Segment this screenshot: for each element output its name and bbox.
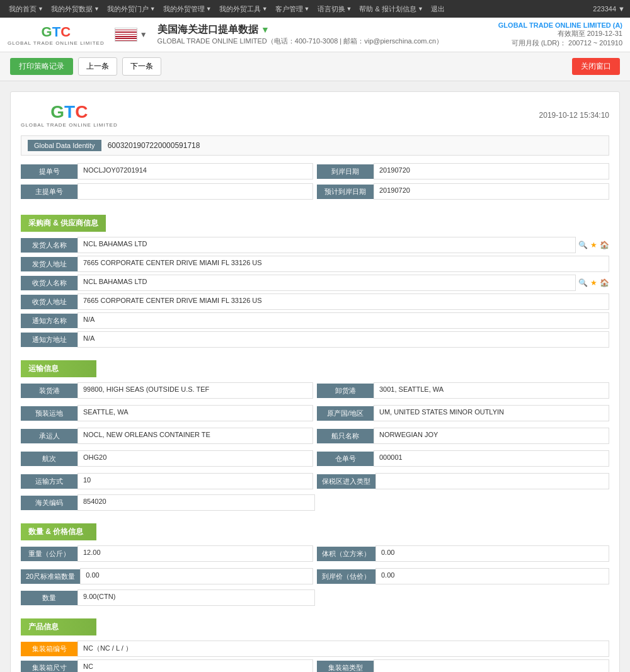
declared-price-value: 0.00 [375, 568, 609, 584]
nav-trade-mgmt[interactable]: 我的外贸管理▼ [159, 0, 215, 18]
unloading-port-value: 3001, SEATTLE, WA [374, 382, 609, 399]
bonded-type-value [375, 473, 609, 489]
search-icon[interactable]: 🔍 [578, 241, 588, 249]
voyage-label: 航次 [21, 452, 77, 466]
supplier-section-header: 采购商 & 供应商信息 [21, 215, 106, 232]
declared-price-label: 到岸价（估价） [317, 569, 375, 584]
close-button[interactable]: 关闭窗口 [572, 58, 620, 75]
gdi-label: Global Data Identity [28, 140, 101, 151]
transport-section-header: 运输信息 [21, 360, 96, 377]
vessel-name-label: 船只名称 [317, 429, 374, 443]
notify-name-value: N/A [77, 312, 609, 329]
warehouse-row: 仓单号 000001 [317, 450, 609, 467]
prev-button[interactable]: 上一条 [78, 57, 117, 76]
shipper-name-value: NCL BAHAMAS LTD [77, 237, 576, 253]
nav-home[interactable]: 我的首页▼ [5, 0, 47, 18]
company-name: GLOBAL TRADE ONLINE LIMITED (A) [498, 21, 622, 29]
container-20-row: 20尺标准箱数量 0.00 [21, 568, 313, 584]
supplier-section: 采购商 & 供应商信息 发货人名称 NCL BAHAMAS LTD 🔍 ★ 🏠 … [21, 207, 609, 348]
home-icon[interactable]: 🏠 [600, 241, 609, 249]
customs-code-label: 海关编码 [21, 496, 77, 510]
flag-dropdown-arrow[interactable]: ▼ [140, 30, 147, 39]
transport-section: 运输信息 装货港 99800, HIGH SEAS (OUTSIDE U.S. … [21, 353, 609, 511]
country-flag-area[interactable]: ▼ [115, 28, 147, 42]
nav-trade-portal[interactable]: 我的外贸门户▼ [103, 0, 159, 18]
vessel-name-row: 船只名称 NORWEGIAN JOY [317, 428, 609, 444]
container-type-row: 集装箱类型 [317, 659, 609, 672]
consignee-name-row: 收货人名称 NCL BAHAMAS LTD 🔍 ★ 🏠 [21, 275, 609, 291]
gtc-logo: GTC GLOBAL TRADE ONLINE LIMITED [8, 24, 105, 46]
arrival-date-row: 到岸日期 20190720 [317, 163, 609, 179]
master-bill-value [77, 183, 313, 200]
weight-label: 重量（公斤） [21, 547, 77, 561]
pre-transport-label: 预装运地 [21, 406, 77, 421]
validity-info: 有效期至 2019-12-31 [498, 29, 622, 38]
planned-arrival-value: 20190720 [374, 183, 609, 200]
next-button[interactable]: 下一条 [122, 57, 161, 76]
nav-customer-mgmt[interactable]: 客户管理▼ [272, 0, 314, 18]
shipper-addr-row: 发货人地址 7665 CORPORATE CENTER DRIVE MIAMI … [21, 256, 609, 272]
dest-country-value: UM, UNITED STATES MINOR OUTLYIN [374, 405, 609, 421]
notify-name-label: 通知方名称 [21, 314, 77, 328]
unloading-port-label: 卸货港 [317, 384, 374, 398]
container-size-label: 集装箱尺寸 [21, 661, 77, 673]
master-bill-row: 主提单号 [21, 183, 313, 200]
quantity-label: 数量 [21, 591, 77, 605]
action-toolbar: 打印策略记录 上一条 下一条 关闭窗口 [0, 52, 630, 81]
pre-transport-row: 预装运地 SEATTLE, WA [21, 405, 313, 421]
nav-logout[interactable]: 退出 [427, 0, 449, 18]
customs-code-value: 854020 [77, 494, 315, 511]
pre-transport-value: SEATTLE, WA [77, 405, 313, 421]
user-count: 223344 ▼ [593, 5, 625, 13]
available-info: 可用月段 (LDR)： 200712 ~ 201910 [498, 38, 622, 48]
carrier-label: 承运人 [21, 429, 77, 443]
card-logo: GTC GLOBAL TRADE ONLINE LIMITED [21, 102, 118, 128]
master-bill-label: 主提单号 [21, 185, 77, 199]
product-section-header: 产品信息 [21, 618, 96, 635]
home-icon-2[interactable]: 🏠 [600, 278, 609, 287]
shipper-addr-label: 发货人地址 [21, 257, 77, 271]
volume-row: 体积（立方米） 0.00 [317, 545, 609, 562]
shipper-name-icons: 🔍 ★ 🏠 [578, 241, 609, 249]
notify-addr-label: 通知方地址 [21, 333, 77, 347]
nav-trade-tools[interactable]: 我的外贸工具▼ [215, 0, 272, 18]
search-icon-2[interactable]: 🔍 [578, 278, 588, 287]
global-data-identity-row: Global Data Identity 6003201907220000591… [21, 135, 609, 156]
container-type-label: 集装箱类型 [317, 661, 374, 673]
transport-mode-row: 运输方式 10 [21, 473, 313, 489]
nav-language[interactable]: 语言切换▼ [314, 0, 356, 18]
container-20-value: 0.00 [80, 568, 313, 584]
logo-area: GTC GLOBAL TRADE ONLINE LIMITED [8, 24, 105, 46]
star-icon[interactable]: ★ [590, 241, 597, 249]
bill-fields: 提单号 NOCLJOY07201914 到岸日期 20190720 主提单号 预… [21, 163, 609, 200]
bill-no-row: 提单号 NOCLJOY07201914 [21, 163, 313, 179]
vessel-name-value: NORWEGIAN JOY [374, 428, 609, 444]
volume-value: 0.00 [375, 545, 609, 562]
dest-country-label: 原产国/地区 [317, 406, 374, 421]
transport-mode-label: 运输方式 [21, 474, 77, 489]
quantity-value: 9.00(CTN) [77, 589, 315, 606]
warehouse-label: 仓单号 [317, 452, 374, 466]
detail-card: GTC GLOBAL TRADE ONLINE LIMITED 2019-10-… [10, 91, 620, 672]
transport-fields: 装货港 99800, HIGH SEAS (OUTSIDE U.S. TEF 卸… [21, 382, 609, 511]
shipper-name-label: 发货人名称 [21, 238, 77, 253]
product-code-row: 集装箱编号 NC（NC / L / ） [21, 641, 609, 657]
nav-trade-data[interactable]: 我的外贸数据▼ [47, 0, 103, 18]
page-subtitle: GLOBAL TRADE ONLINE LIMITED（电话：400-710-3… [158, 37, 498, 46]
quantity-section-header: 数量 & 价格信息 [21, 523, 96, 540]
consignee-addr-value: 7665 CORPORATE CENTER DRIVE MIAMI FL 331… [77, 293, 609, 310]
loading-port-value: 99800, HIGH SEAS (OUTSIDE U.S. TEF [77, 382, 313, 399]
container-20-label: 20尺标准箱数量 [21, 569, 80, 584]
shipper-addr-value: 7665 CORPORATE CENTER DRIVE MIAMI FL 331… [77, 256, 609, 272]
notify-name-row: 通知方名称 N/A [21, 312, 609, 329]
print-button[interactable]: 打印策略记录 [10, 58, 73, 75]
bonded-type-label: 保税区进入类型 [317, 474, 375, 489]
weight-row: 重量（公斤） 12.00 [21, 545, 313, 562]
product-fields: 集装箱编号 NC（NC / L / ） 集装箱尺寸 NC 集装箱类型 数量 2.… [21, 641, 609, 672]
page-header: GTC GLOBAL TRADE ONLINE LIMITED ▼ 美国海关进口… [0, 18, 630, 52]
product-grid: 集装箱尺寸 NC 集装箱类型 数量 2.00 到岸价（估价） 0.00 [21, 659, 609, 672]
nav-help[interactable]: 帮助 & 报计划信息▼ [355, 0, 427, 18]
weight-value: 12.00 [77, 545, 313, 562]
bill-no-value: NOCLJOY07201914 [77, 163, 313, 179]
star-icon-2[interactable]: ★ [590, 278, 597, 287]
